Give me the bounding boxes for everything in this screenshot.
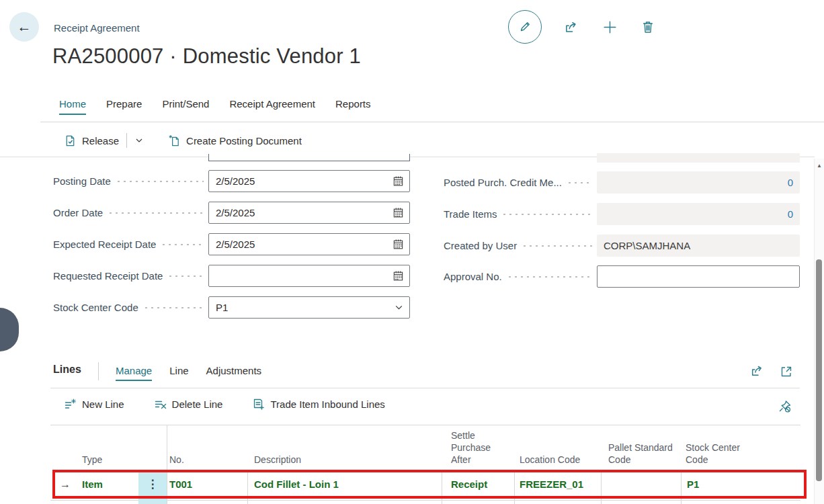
partial-field-left[interactable]: [208, 154, 410, 161]
approval-no-input[interactable]: [597, 265, 800, 288]
lines-tabs-divider: [50, 388, 800, 388]
order-date-input[interactable]: 2/5/2025: [208, 202, 410, 224]
plus-icon: [602, 19, 618, 36]
edit-button[interactable]: [508, 10, 542, 44]
ribbon-tabs: Home Prepare Print/Send Receipt Agreemen…: [59, 98, 371, 115]
cell-stock-center-code[interactable]: P1: [687, 470, 699, 499]
dotted-leader: [108, 202, 204, 224]
col-header-location-code[interactable]: Location Code: [520, 454, 604, 466]
col-header-pallet-standard-code[interactable]: Pallet Standard Code: [608, 442, 684, 466]
col-header-no[interactable]: No.: [169, 454, 184, 466]
lines-share-button[interactable]: [750, 364, 765, 378]
page-caption: Receipt Agreement: [54, 22, 140, 34]
unpin-icon: [778, 399, 792, 414]
open-in-new-window-icon: [780, 365, 793, 378]
chevron-down-icon[interactable]: [394, 302, 404, 312]
cell-type[interactable]: Item: [82, 470, 103, 499]
side-panel-handle[interactable]: [0, 308, 19, 351]
posted-purch-credit-field: 0: [597, 171, 800, 194]
lines-tab-line[interactable]: Line: [169, 365, 188, 381]
col-header-stock-center-code[interactable]: Stock Center Code: [686, 442, 756, 466]
lines-tab-manage[interactable]: Manage: [116, 365, 152, 381]
calendar-icon[interactable]: [393, 207, 404, 218]
vertical-scrollbar[interactable]: [814, 159, 824, 504]
stock-center-code-label: Stock Center Code: [53, 302, 138, 313]
posting-date-input[interactable]: 2/5/2025: [208, 170, 410, 192]
expected-receipt-date-label: Expected Receipt Date: [53, 239, 156, 250]
col-header-type[interactable]: Type: [82, 454, 102, 466]
unpin-button[interactable]: [778, 399, 792, 414]
release-button[interactable]: Release: [64, 134, 119, 147]
delete-line-label: Delete Line: [172, 398, 223, 410]
share-button[interactable]: [564, 19, 579, 35]
create-posting-label: Create Posting Document: [186, 135, 302, 146]
scrollbar-up-arrow-icon[interactable]: [815, 163, 824, 169]
share-icon: [564, 19, 579, 35]
new-button[interactable]: [602, 19, 618, 36]
delete-button[interactable]: [641, 19, 655, 34]
tab-reports[interactable]: Reports: [335, 98, 371, 115]
document-sparkle-icon: [168, 134, 181, 147]
release-split-button[interactable]: [134, 136, 144, 145]
field-posted-purch-credit: Posted Purch. Credit Me... 0: [444, 171, 800, 194]
dotted-leader: [161, 233, 204, 255]
created-by-user-label: Created by User: [444, 240, 517, 251]
trade-items-value[interactable]: 0: [597, 208, 800, 220]
dotted-leader: [116, 170, 204, 192]
cell-location-code[interactable]: FREEZER_01: [520, 470, 583, 499]
cell-description[interactable]: Cod Fillet - Loin 1: [254, 470, 339, 499]
col-header-settle-purchase-after[interactable]: Settle Purchase After: [451, 429, 510, 466]
stock-center-code-value: P1: [209, 302, 394, 313]
delete-line-button[interactable]: Delete Line: [154, 398, 223, 411]
create-posting-document-button[interactable]: Create Posting Document: [168, 134, 302, 147]
requested-receipt-date-input[interactable]: [208, 265, 410, 287]
expected-receipt-date-value: 2/5/2025: [209, 239, 393, 250]
dotted-leader: [567, 171, 592, 194]
cell-no[interactable]: T001: [169, 470, 192, 499]
document-check-icon: [64, 134, 77, 147]
order-date-value: 2/5/2025: [209, 207, 393, 218]
calendar-icon[interactable]: [393, 239, 404, 250]
dotted-leader: [507, 265, 592, 288]
lines-actions: New Line Delete Line Trade Item Inbound …: [64, 398, 385, 411]
field-approval-no: Approval No.: [444, 265, 800, 288]
partial-field-right: [597, 153, 800, 163]
chevron-down-icon: [134, 136, 144, 145]
lines-tabs: Manage Line Adjustments: [116, 365, 261, 381]
tab-prepare[interactable]: Prepare: [106, 98, 142, 115]
delete-line-icon: [154, 398, 167, 411]
tab-print-send[interactable]: Print/Send: [162, 98, 209, 115]
posting-date-value: 2/5/2025: [209, 175, 393, 187]
table-row: Item T001 Cod Fillet - Loin 1 Receipt FR…: [50, 470, 800, 499]
field-stock-center-code: Stock Center Code P1: [53, 296, 410, 319]
trade-item-inbound-lines-button[interactable]: Trade Item Inbound Lines: [252, 398, 384, 411]
posted-purch-credit-label: Posted Purch. Credit Me...: [444, 177, 562, 188]
tab-receipt-agreement[interactable]: Receipt Agreement: [229, 98, 315, 115]
order-date-label: Order Date: [53, 207, 103, 218]
calendar-icon[interactable]: [393, 175, 404, 187]
posting-date-label: Posting Date: [53, 175, 111, 187]
active-row-indicator-icon: [60, 470, 71, 499]
tabs-divider: [40, 122, 824, 122]
posted-purch-credit-value[interactable]: 0: [597, 177, 800, 188]
tab-home[interactable]: Home: [59, 98, 86, 115]
created-by-user-field: CORP\SAMJHANA: [597, 235, 800, 257]
calendar-icon[interactable]: [393, 270, 404, 282]
col-header-description[interactable]: Description: [254, 454, 301, 466]
new-line-icon: [64, 398, 77, 411]
release-label: Release: [82, 135, 119, 146]
trash-icon: [641, 19, 655, 34]
stock-center-code-select[interactable]: P1: [208, 296, 410, 319]
lines-tab-adjustments[interactable]: Adjustments: [206, 365, 262, 381]
approval-no-label: Approval No.: [444, 271, 502, 282]
new-line-button[interactable]: New Line: [64, 398, 124, 411]
field-created-by-user: Created by User CORP\SAMJHANA: [444, 235, 800, 257]
lines-open-in-new-button[interactable]: [780, 365, 793, 378]
cell-settle-purchase-after[interactable]: Receipt: [451, 470, 487, 499]
trade-item-inbound-lines-icon: [252, 398, 265, 411]
page-title: RA2500007 · Domestic Vendor 1: [52, 44, 361, 69]
expected-receipt-date-input[interactable]: 2/5/2025: [208, 233, 410, 255]
dotted-leader: [143, 296, 204, 319]
scrollbar-thumb[interactable]: [816, 259, 822, 481]
back-button[interactable]: [9, 12, 39, 42]
